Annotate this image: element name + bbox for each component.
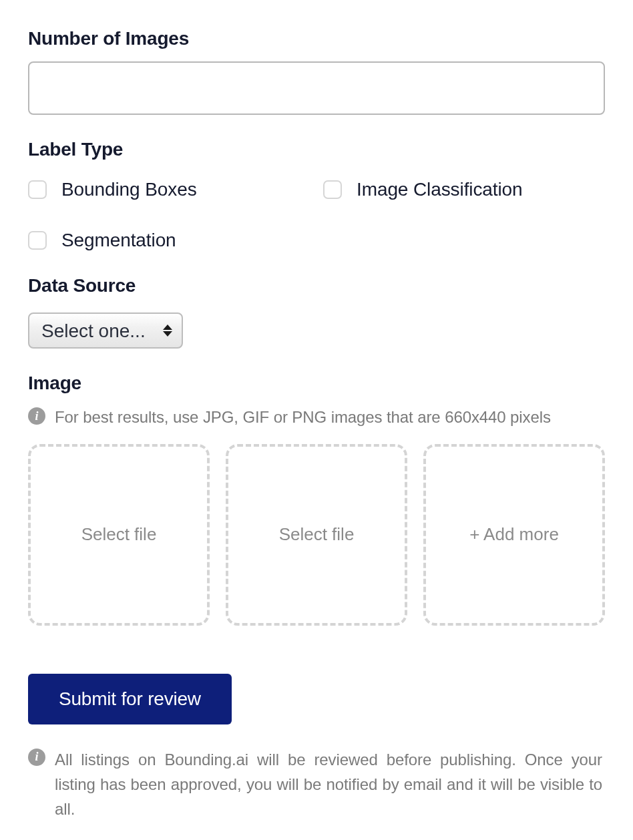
data-source-group: Data Source Select one... xyxy=(28,275,605,349)
upload-add-more[interactable]: + Add more xyxy=(423,444,605,626)
checkbox-bounding-boxes[interactable]: Bounding Boxes xyxy=(28,179,310,200)
checkbox-image-classification-label: Image Classification xyxy=(357,179,523,200)
disclaimer-row: i All listings on Bounding.ai will be re… xyxy=(28,747,605,822)
image-upload-hint: For best results, use JPG, GIF or PNG im… xyxy=(55,406,551,429)
submit-section: Submit for review i All listings on Boun… xyxy=(28,674,605,822)
label-type-label: Label Type xyxy=(28,139,605,160)
checkbox-segmentation-label: Segmentation xyxy=(61,230,176,251)
checkbox-image-classification-input[interactable] xyxy=(323,180,342,199)
label-type-options: Bounding Boxes Image Classification Segm… xyxy=(28,179,605,251)
submit-button[interactable]: Submit for review xyxy=(28,674,232,724)
number-of-images-input[interactable] xyxy=(28,61,605,115)
image-upload-group: Image i For best results, use JPG, GIF o… xyxy=(28,373,605,626)
upload-add-more-label: + Add more xyxy=(469,524,559,545)
image-upload-label: Image xyxy=(28,373,605,394)
checkbox-bounding-boxes-input[interactable] xyxy=(28,180,47,199)
label-type-group: Label Type Bounding Boxes Image Classifi… xyxy=(28,139,605,251)
upload-slot-1-label: Select file xyxy=(81,524,157,545)
data-source-select-wrap: Select one... xyxy=(28,312,183,349)
info-icon: i xyxy=(28,407,45,425)
upload-slot-2[interactable]: Select file xyxy=(226,444,407,626)
number-of-images-group: Number of Images xyxy=(28,28,605,115)
checkbox-image-classification[interactable]: Image Classification xyxy=(323,179,605,200)
upload-slot-1[interactable]: Select file xyxy=(28,444,210,626)
number-of-images-label: Number of Images xyxy=(28,28,605,49)
info-icon: i xyxy=(28,749,45,766)
data-source-select[interactable]: Select one... xyxy=(28,312,183,349)
upload-slot-2-label: Select file xyxy=(279,524,355,545)
submit-disclaimer: All listings on Bounding.ai will be revi… xyxy=(55,747,602,822)
upload-row: Select file Select file + Add more xyxy=(28,444,605,626)
checkbox-segmentation-input[interactable] xyxy=(28,231,47,250)
data-source-label: Data Source xyxy=(28,275,605,296)
checkbox-segmentation[interactable]: Segmentation xyxy=(28,230,310,251)
image-upload-hint-row: i For best results, use JPG, GIF or PNG … xyxy=(28,406,605,429)
checkbox-bounding-boxes-label: Bounding Boxes xyxy=(61,179,197,200)
